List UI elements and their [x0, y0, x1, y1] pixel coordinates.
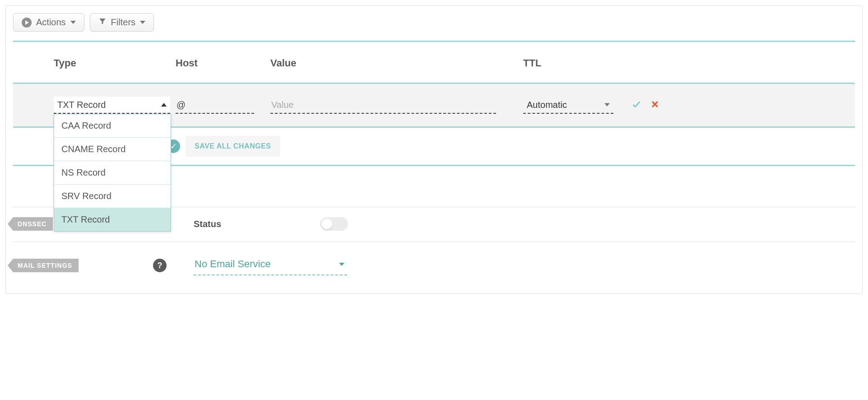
filters-button[interactable]: Filters	[90, 13, 154, 32]
dns-panel: Actions Filters Type Host Value TTL	[5, 5, 863, 294]
records-table: Type Host Value TTL TXT Record CAA Recor…	[13, 42, 855, 166]
filters-label: Filters	[111, 17, 135, 28]
chevron-down-icon	[604, 103, 610, 107]
table-header-row: Type Host Value TTL	[13, 42, 855, 83]
play-icon	[22, 18, 32, 28]
chevron-down-icon	[339, 263, 344, 266]
type-option[interactable]: TXT Record	[54, 208, 171, 231]
actions-label: Actions	[36, 17, 66, 28]
type-select-wrap: TXT Record CAA RecordCNAME RecordNS Reco…	[54, 97, 170, 114]
toolbar: Actions Filters	[13, 13, 855, 32]
col-type: Type	[54, 57, 176, 69]
mail-section: MAIL SETTINGS ? No Email Service	[13, 256, 855, 283]
actions-button[interactable]: Actions	[13, 13, 84, 32]
confirm-button[interactable]	[631, 99, 641, 111]
chevron-down-icon	[70, 21, 76, 24]
help-icon[interactable]: ?	[153, 259, 167, 272]
save-all-button[interactable]: SAVE ALL CHANGES	[186, 136, 280, 157]
mail-settings-tag: MAIL SETTINGS	[13, 259, 79, 272]
dnssec-tag: DNSSEC	[13, 217, 53, 231]
toggle-knob	[321, 219, 332, 229]
mail-service-select[interactable]: No Email Service	[194, 256, 347, 275]
value-input[interactable]	[270, 97, 496, 114]
x-icon	[650, 100, 659, 109]
type-option[interactable]: CNAME Record	[54, 138, 171, 161]
check-icon	[631, 99, 641, 109]
ttl-select[interactable]: Automatic	[523, 97, 613, 114]
status-label: Status	[194, 219, 320, 229]
col-ttl: TTL	[523, 57, 613, 69]
host-input[interactable]	[176, 97, 254, 114]
type-option[interactable]: SRV Record	[54, 185, 171, 208]
record-edit-row: TXT Record CAA RecordCNAME RecordNS Reco…	[13, 83, 855, 128]
mail-selected-value: No Email Service	[195, 258, 271, 270]
col-host: Host	[176, 57, 270, 69]
chevron-down-icon	[140, 21, 145, 24]
chevron-up-icon	[161, 103, 167, 107]
divider	[13, 242, 855, 242]
cancel-button[interactable]	[650, 100, 659, 111]
type-selected-value: TXT Record	[57, 100, 106, 110]
type-select[interactable]: TXT Record	[54, 97, 170, 114]
type-dropdown[interactable]: CAA RecordCNAME RecordNS RecordSRV Recor…	[54, 114, 171, 232]
dnssec-toggle[interactable]	[320, 217, 348, 231]
ttl-selected-value: Automatic	[527, 100, 567, 110]
col-value: Value	[270, 57, 523, 69]
funnel-icon	[98, 17, 107, 28]
type-option[interactable]: CAA Record	[54, 114, 171, 138]
type-option[interactable]: NS Record	[54, 161, 171, 185]
